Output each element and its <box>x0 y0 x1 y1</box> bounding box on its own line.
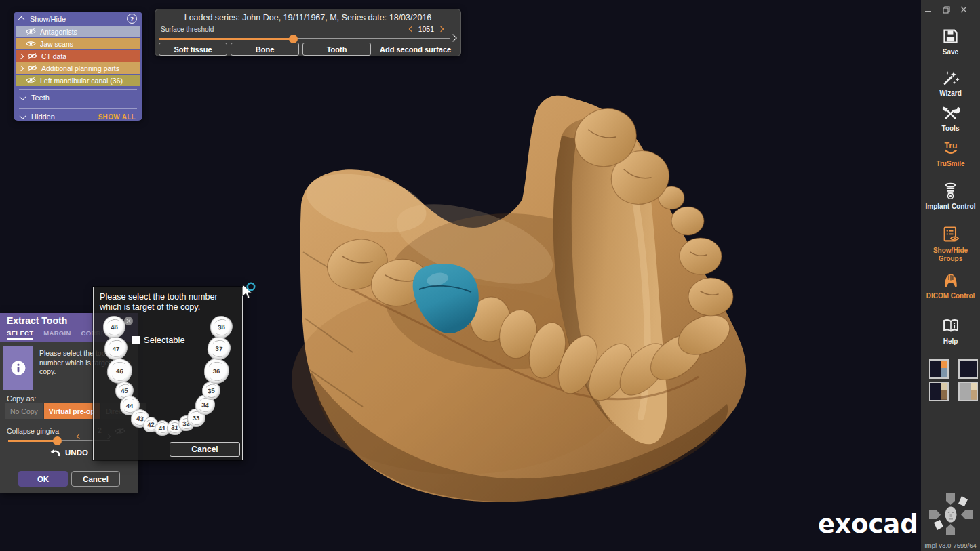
layer-row-left-mandibular-canal-36[interactable]: Left mandibular canal (36) <box>16 75 140 86</box>
hidden-group-row[interactable]: Hidden SHOW ALL <box>14 109 142 124</box>
threshold-value: 1051 <box>418 25 434 33</box>
scene-preset-1[interactable] <box>929 359 949 379</box>
no-copy-option[interactable]: No Copy <box>5 403 43 419</box>
tooth-number: 42 <box>146 420 154 428</box>
tab-margin[interactable]: MARGIN <box>43 328 71 337</box>
eye-off-icon[interactable] <box>26 77 36 84</box>
soft-tissue-button[interactable]: Soft tissue <box>159 43 227 56</box>
close-button[interactable] <box>958 5 969 14</box>
tooth-number: 43 <box>136 414 143 422</box>
undo-icon <box>50 447 61 457</box>
eye-off-icon[interactable] <box>26 28 36 35</box>
layer-label: Antagonists <box>40 28 77 36</box>
mouse-cursor <box>237 281 262 303</box>
sidebar-item-label: Wizard <box>924 89 978 98</box>
expand-chevron-icon[interactable] <box>19 54 23 58</box>
teeth-group-label: Teeth <box>31 94 136 102</box>
dicom-control-icon <box>941 270 960 290</box>
tooth-number: 41 <box>159 424 166 432</box>
bone-button[interactable]: Bone <box>231 43 299 56</box>
tooth-48[interactable]: 48 <box>102 314 126 339</box>
scene-preset-3[interactable] <box>929 382 949 401</box>
version-text: Impl-v3.0-7599/64 <box>921 542 980 549</box>
virtual-pre-op-option[interactable]: Virtual pre-op <box>44 403 100 419</box>
right-sidebar: SaveWizardToolsTruTruSmileImplant Contro… <box>921 0 980 551</box>
sidebar-item-implant-control[interactable]: Implant Control <box>921 180 980 211</box>
threshold-increment-button[interactable] <box>438 26 444 32</box>
eye-icon[interactable] <box>26 40 36 47</box>
tooth-number: 31 <box>170 423 178 431</box>
restore-button[interactable] <box>941 5 952 14</box>
show-hide-header[interactable]: Show/Hide ? <box>14 12 142 26</box>
sidebar-item-help[interactable]: Help <box>921 315 980 346</box>
collapse-chevron-icon[interactable] <box>18 16 25 23</box>
info-icon <box>3 346 33 390</box>
cancel-button[interactable]: Cancel <box>71 471 120 487</box>
help-icon[interactable]: ? <box>127 14 137 24</box>
tooth-button[interactable]: Tooth <box>302 43 371 56</box>
layer-label: Additional planning parts <box>41 64 119 73</box>
sidebar-item-label: Help <box>924 338 978 346</box>
implant-control-icon <box>941 180 960 201</box>
threshold-decrement-button[interactable] <box>408 26 414 32</box>
sidebar-item-label: TruSmile <box>924 160 978 168</box>
chevron-down-icon <box>20 94 26 100</box>
layer-label: CT data <box>41 52 66 60</box>
layer-row-jaw-scans[interactable]: Jaw scans <box>16 38 140 49</box>
wizard-icon <box>941 67 960 87</box>
slider-fill <box>159 38 293 40</box>
layer-label: Jaw scans <box>40 40 73 48</box>
eye-off-icon[interactable] <box>27 64 37 72</box>
selectable-checkbox[interactable] <box>132 336 140 344</box>
add-second-surface-button[interactable]: Add second surface <box>380 45 451 54</box>
expand-chevron-icon[interactable] <box>19 66 23 70</box>
surface-threshold-slider[interactable] <box>159 34 450 43</box>
sidebar-item-dicom-control[interactable]: DICOM Control <box>921 270 980 300</box>
tools-icon <box>941 102 960 123</box>
ok-button[interactable]: OK <box>18 471 68 487</box>
tooth-number: 47 <box>113 345 120 352</box>
sidebar-item-save[interactable]: Save <box>921 26 980 56</box>
save-icon <box>941 26 960 46</box>
close-icon[interactable] <box>124 317 133 325</box>
chevron-down-icon <box>20 113 26 119</box>
show-hide-panel: Show/Hide ? AntagonistsJaw scansCT dataA… <box>14 12 142 121</box>
tooth-number: 44 <box>126 402 134 409</box>
tooth-35[interactable]: 35 <box>201 380 220 400</box>
teeth-group-row[interactable]: Teeth <box>14 90 142 105</box>
sidebar-item-label: Show/Hide Groups <box>924 247 978 262</box>
tooth-37[interactable]: 37 <box>207 336 232 361</box>
eye-off-icon[interactable] <box>27 52 37 60</box>
tab-select[interactable]: SELECT <box>7 328 33 340</box>
minimize-button[interactable] <box>923 5 934 14</box>
orientation-navigator[interactable] <box>928 492 974 537</box>
tooth-dialog-message: Please select the tooth number which is … <box>94 287 242 312</box>
tooth-36[interactable]: 36 <box>204 359 229 384</box>
slider-thumb[interactable] <box>53 436 62 445</box>
layer-row-ct-data[interactable]: CT data <box>16 50 140 62</box>
slider-thumb[interactable] <box>289 35 298 43</box>
tooth-number: 33 <box>193 414 200 422</box>
layer-row-antagonists[interactable]: Antagonists <box>16 26 140 37</box>
tooth-dialog-cancel-button[interactable]: Cancel <box>170 442 240 457</box>
tooth-number: 46 <box>115 367 123 375</box>
show-all-button[interactable]: SHOW ALL <box>98 113 136 121</box>
svg-text:Tru: Tru <box>944 141 957 150</box>
expand-toolbar-chevron[interactable] <box>450 35 456 41</box>
exocad-logo: exocad <box>818 510 918 539</box>
tooth-number: 36 <box>213 367 220 375</box>
exocad-application-window: exocad Show/Hide ? AntagonistsJaw scansC… <box>0 0 980 551</box>
layer-row-additional-planning-parts[interactable]: Additional planning parts <box>16 62 140 74</box>
tooth-46[interactable]: 46 <box>106 357 133 384</box>
scene-preset-2[interactable] <box>958 359 978 379</box>
tooth-38[interactable]: 38 <box>209 314 233 339</box>
hidden-group-label: Hidden <box>31 113 98 121</box>
dicom-toolbar: Loaded series: John Doe, 19/11/1967, M, … <box>155 9 461 56</box>
tooth-47[interactable]: 47 <box>104 337 128 360</box>
scene-preset-4[interactable] <box>958 382 978 401</box>
sidebar-item-show-hide-groups[interactable]: Show/Hide Groups <box>921 224 980 262</box>
sidebar-item-wizard[interactable]: Wizard <box>921 67 980 98</box>
sidebar-item-trusmile[interactable]: TruTruSmile <box>921 138 980 168</box>
selection-ring-icon <box>248 283 254 290</box>
sidebar-item-tools[interactable]: Tools <box>921 102 980 133</box>
